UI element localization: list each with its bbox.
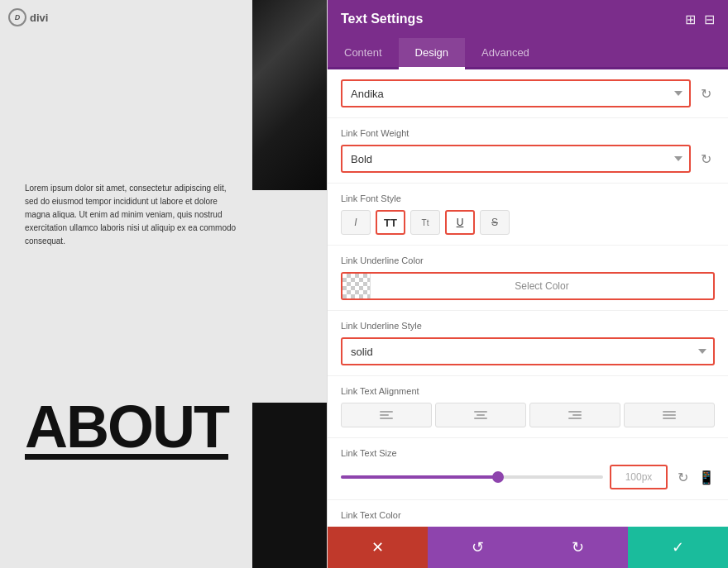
link-text-size-label: Link Text Size (341, 448, 715, 458)
link-underline-color-row[interactable]: Select Color (341, 272, 715, 300)
font-family-reset[interactable]: ↻ (697, 84, 715, 103)
logo-text: divi (30, 12, 48, 24)
align-center-button[interactable] (435, 403, 526, 427)
link-underline-style-select[interactable]: solid dashed dotted (341, 337, 715, 365)
tab-advanced[interactable]: Advanced (465, 38, 546, 69)
align-left-button[interactable] (341, 403, 432, 427)
save-button[interactable]: ✓ (628, 527, 728, 568)
right-panel: Text Settings ⊞ ⊟ Content Design Advance… (327, 0, 728, 568)
strikethrough-button[interactable]: S (480, 210, 510, 235)
about-heading: ABOUT (25, 393, 228, 461)
link-font-weight-reset[interactable]: ↻ (697, 150, 715, 169)
link-font-style-section: Link Font Style I TT Tt U S (328, 184, 728, 246)
link-underline-color-section: Link Underline Color Select Color (328, 246, 728, 311)
link-underline-style-row: solid dashed dotted (341, 337, 715, 365)
minimize-icon[interactable]: ⊟ (704, 12, 715, 27)
link-underline-color-select-label[interactable]: Select Color (371, 280, 713, 292)
logo-circle: D (8, 8, 26, 26)
left-panel: D divi Lorem ipsum dolor sit amet, conse… (0, 0, 327, 568)
settings-title: Text Settings (341, 12, 423, 26)
tab-bar: Content Design Advanced (328, 38, 728, 69)
font-style-buttons: I TT Tt U S (341, 210, 715, 235)
header-icons: ⊞ ⊟ (685, 12, 715, 27)
link-underline-color-label: Link Underline Color (341, 255, 715, 265)
fullscreen-icon[interactable]: ⊞ (685, 12, 696, 27)
redo-icon: ↻ (572, 538, 584, 556)
redo-button[interactable]: ↻ (528, 527, 628, 568)
underline-button[interactable]: U (445, 210, 475, 235)
alignment-buttons (341, 403, 715, 427)
cancel-button[interactable]: ✕ (328, 527, 428, 568)
tab-design[interactable]: Design (399, 38, 465, 69)
align-right-icon (568, 411, 582, 419)
italic-button[interactable]: I (341, 210, 371, 235)
link-text-size-row: ↻ 📱 (341, 465, 715, 489)
link-font-weight-section: Link Font Weight Bold Thin Light Regular… (328, 118, 728, 184)
link-font-weight-label: Link Font Weight (341, 128, 715, 138)
link-text-color-section: Link Text Color Select Color (328, 500, 728, 527)
align-left-icon (380, 411, 393, 419)
font-family-section: Andika Arial Roboto ↻ (328, 69, 728, 118)
align-justify-icon (663, 411, 676, 419)
bg-image-bottom (252, 403, 327, 568)
link-font-weight-row: Bold Thin Light Regular ↻ (341, 145, 715, 173)
divi-logo: D divi (8, 8, 48, 26)
bg-image-top (252, 0, 327, 190)
link-text-color-label: Link Text Color (341, 510, 715, 520)
caps-button[interactable]: Tt (410, 210, 440, 235)
link-text-alignment-label: Link Text Alignment (341, 386, 715, 396)
link-underline-color-preview (342, 274, 371, 298)
cancel-icon: ✕ (371, 538, 384, 556)
link-text-size-thumb[interactable] (492, 471, 504, 483)
align-center-icon (474, 411, 487, 419)
save-icon: ✓ (672, 538, 684, 556)
settings-header: Text Settings ⊞ ⊟ (328, 0, 728, 38)
tab-content[interactable]: Content (328, 38, 399, 69)
link-underline-style-section: Link Underline Style solid dashed dotted (328, 311, 728, 376)
body-text: Lorem ipsum dolor sit amet, consectetur … (25, 184, 236, 246)
font-family-row: Andika Arial Roboto ↻ (341, 79, 715, 107)
link-text-size-section: Link Text Size ↻ 📱 (328, 438, 728, 500)
bottom-toolbar: ✕ ↺ ↻ ✓ (328, 527, 728, 568)
link-font-style-label: Link Font Style (341, 193, 715, 203)
link-font-weight-select[interactable]: Bold Thin Light Regular (341, 145, 691, 173)
reset-icon: ↺ (472, 538, 484, 556)
link-text-size-input[interactable] (610, 465, 668, 489)
reset-button[interactable]: ↺ (428, 527, 528, 568)
link-text-alignment-section: Link Text Alignment (328, 376, 728, 438)
mobile-icon[interactable]: 📱 (698, 470, 715, 485)
font-family-select[interactable]: Andika Arial Roboto (341, 79, 691, 107)
align-right-button[interactable] (529, 403, 620, 427)
align-justify-button[interactable] (624, 403, 715, 427)
link-underline-style-label: Link Underline Style (341, 321, 715, 331)
body-text-content: Lorem ipsum dolor sit amet, consectetur … (25, 182, 240, 248)
bold-button[interactable]: TT (376, 210, 405, 235)
link-text-size-reset[interactable]: ↻ (674, 468, 692, 487)
link-text-size-track[interactable] (341, 475, 603, 479)
settings-content: Andika Arial Roboto ↻ Link Font Weight B… (328, 69, 728, 527)
